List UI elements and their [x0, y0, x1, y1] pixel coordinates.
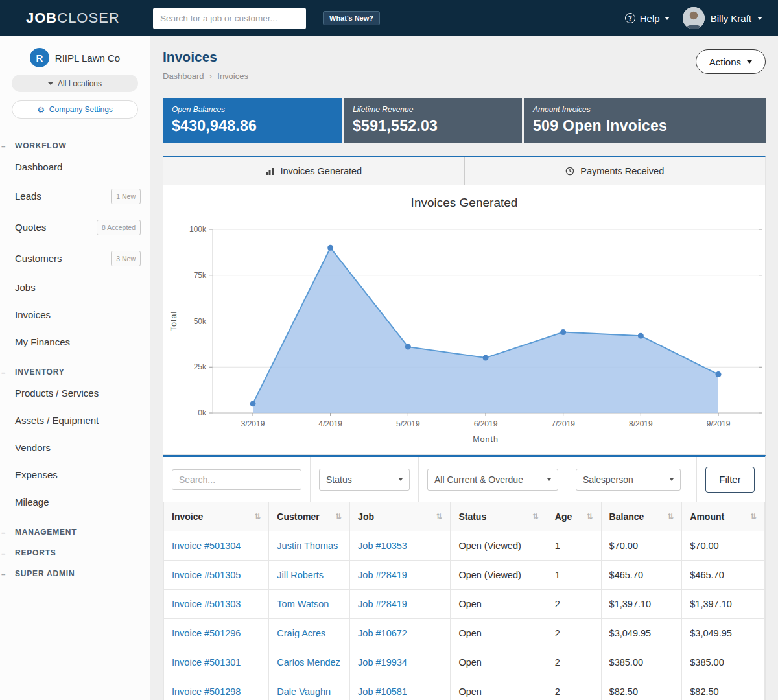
y-tick-label: 50k	[194, 317, 207, 326]
filter-button[interactable]: Filter	[705, 467, 755, 493]
amount-cell: $1,397.10	[682, 590, 765, 619]
col-amount[interactable]: Amount⇅	[682, 502, 765, 531]
quotes-badge: 8 Accepted	[97, 220, 141, 235]
breadcrumb-dashboard[interactable]: Dashboard	[163, 71, 204, 81]
page-title: Invoices	[163, 49, 248, 65]
balance-cell: $465.70	[601, 561, 682, 590]
job-link[interactable]: Job #19934	[358, 657, 407, 668]
clock-icon	[565, 167, 574, 176]
sidebar-item-customers[interactable]: Customers3 New	[0, 243, 150, 274]
section-dash-icon: --	[1, 570, 5, 578]
sidebar-item-quotes[interactable]: Quotes8 Accepted	[0, 212, 150, 243]
invoice-link[interactable]: Invoice #501301	[172, 657, 241, 668]
whats-new-button[interactable]: What's New?	[323, 11, 380, 25]
invoice-search-input[interactable]	[172, 469, 301, 490]
col-invoice[interactable]: Invoice⇅	[164, 502, 269, 531]
company-header[interactable]: R RIIPL Lawn Co	[0, 48, 150, 67]
sidebar-item-dashboard[interactable]: Dashboard	[0, 154, 150, 181]
job-link[interactable]: Job #28419	[358, 599, 407, 609]
col-age[interactable]: Age⇅	[547, 502, 601, 531]
chart-tabs: Invoices Generated Payments Received	[163, 156, 766, 185]
app-logo[interactable]: JOBCLOSER	[26, 10, 153, 27]
col-status[interactable]: Status⇅	[451, 502, 547, 531]
x-tick-label: 4/2019	[318, 419, 342, 428]
table-row: Invoice #501304 Justin Thomas Job #10353…	[164, 531, 765, 561]
user-menu[interactable]: Billy Kraft	[683, 7, 762, 29]
y-axis-label: Total	[169, 311, 178, 331]
sidebar-item-vendors[interactable]: Vendors	[0, 434, 150, 461]
chart-point	[250, 401, 256, 406]
invoice-list-panel: Status All Current & Overdue Salesperson	[163, 455, 766, 700]
tab-invoices-generated[interactable]: Invoices Generated	[163, 158, 464, 185]
balance-cell: $82.50	[601, 677, 682, 700]
salesperson-select[interactable]: Salesperson	[576, 469, 681, 491]
col-balance[interactable]: Balance⇅	[601, 502, 682, 531]
status-select[interactable]: Status	[319, 469, 410, 491]
sidebar: R RIIPL Lawn Co All Locations ⚙ Company …	[0, 36, 150, 700]
job-link[interactable]: Job #10672	[358, 628, 407, 638]
y-tick-label: 75k	[194, 271, 207, 280]
help-menu[interactable]: ? Help	[625, 13, 670, 24]
sort-icon[interactable]: ⇅	[667, 512, 674, 521]
customer-link[interactable]: Carlos Mendez	[277, 657, 340, 668]
nav-section-super-admin[interactable]: --SUPER ADMIN	[0, 569, 150, 578]
job-link[interactable]: Job #28419	[358, 570, 407, 580]
sidebar-item-leads[interactable]: Leads1 New	[0, 181, 150, 212]
sidebar-item-my-finances[interactable]: My Finances	[0, 329, 150, 356]
topbar: JOBCLOSER What's New? ? Help Billy Kraft	[0, 0, 778, 36]
job-link[interactable]: Job #10581	[358, 686, 407, 697]
chevron-down-icon	[670, 478, 674, 481]
sidebar-item-mileage[interactable]: Mileage	[0, 489, 150, 516]
amount-cell: $465.70	[682, 561, 765, 590]
tab-payments-received[interactable]: Payments Received	[464, 158, 766, 185]
global-search-input[interactable]	[153, 8, 306, 29]
sidebar-item-assets-equipment[interactable]: Assets / Equipment	[0, 407, 150, 434]
customers-badge: 3 New	[111, 251, 141, 266]
customer-link[interactable]: Jill Roberts	[277, 570, 324, 580]
sort-icon[interactable]: ⇅	[587, 512, 593, 521]
sort-icon[interactable]: ⇅	[436, 512, 442, 521]
job-link[interactable]: Job #10353	[358, 541, 407, 551]
invoice-link[interactable]: Invoice #501303	[172, 599, 241, 609]
age-cell: 2	[547, 619, 601, 648]
table-header-row: Invoice⇅ Customer⇅ Job⇅ Status⇅ Age⇅ Bal…	[164, 502, 765, 531]
sort-icon[interactable]: ⇅	[335, 512, 342, 521]
customer-link[interactable]: Dale Vaughn	[277, 686, 331, 697]
breadcrumb: Dashboard › Invoices	[163, 71, 248, 81]
sidebar-item-products-services[interactable]: Products / Services	[0, 380, 150, 407]
scope-select[interactable]: All Current & Overdue	[427, 469, 558, 491]
customer-link[interactable]: Justin Thomas	[277, 541, 338, 551]
nav-section-management[interactable]: --MANAGEMENT	[0, 528, 150, 537]
sidebar-item-expenses[interactable]: Expenses	[0, 461, 150, 489]
nav-section-reports[interactable]: --REPORTS	[0, 548, 150, 557]
sort-icon[interactable]: ⇅	[254, 512, 261, 521]
user-avatar	[683, 7, 705, 29]
chevron-down-icon	[757, 17, 762, 20]
balance-cell: $1,397.10	[601, 590, 682, 619]
nav-section-inventory[interactable]: --INVENTORY	[0, 368, 150, 377]
col-customer[interactable]: Customer⇅	[269, 502, 350, 531]
customer-link[interactable]: Tom Watson	[277, 599, 329, 609]
chart-panel: Invoices Generated 0k25k50k75k100k3/2019…	[163, 185, 766, 455]
chart-point	[716, 371, 722, 377]
actions-button[interactable]: Actions	[696, 49, 766, 74]
chart-title: Invoices Generated	[163, 196, 765, 210]
sort-icon[interactable]: ⇅	[532, 512, 539, 521]
customer-link[interactable]: Craig Acres	[277, 628, 325, 638]
balance-cell: $3,049.95	[601, 619, 682, 648]
nav-section-workflow[interactable]: --WORKFLOW	[0, 141, 150, 150]
invoice-link[interactable]: Invoice #501298	[172, 686, 241, 697]
col-job[interactable]: Job⇅	[350, 502, 451, 531]
all-locations-dropdown[interactable]: All Locations	[12, 75, 138, 92]
sidebar-item-invoices[interactable]: Invoices	[0, 301, 150, 329]
invoices-generated-chart: 0k25k50k75k100k3/20194/20195/20196/20197…	[163, 210, 765, 451]
sort-icon[interactable]: ⇅	[750, 512, 757, 521]
age-cell: 1	[547, 531, 601, 561]
sidebar-item-jobs[interactable]: Jobs	[0, 274, 150, 301]
status-cell: Open	[451, 590, 547, 619]
invoice-link[interactable]: Invoice #501304	[172, 541, 241, 551]
gear-icon: ⚙	[37, 105, 45, 115]
company-settings-button[interactable]: ⚙ Company Settings	[12, 100, 138, 119]
invoice-link[interactable]: Invoice #501305	[172, 570, 241, 580]
invoice-link[interactable]: Invoice #501296	[172, 628, 241, 638]
